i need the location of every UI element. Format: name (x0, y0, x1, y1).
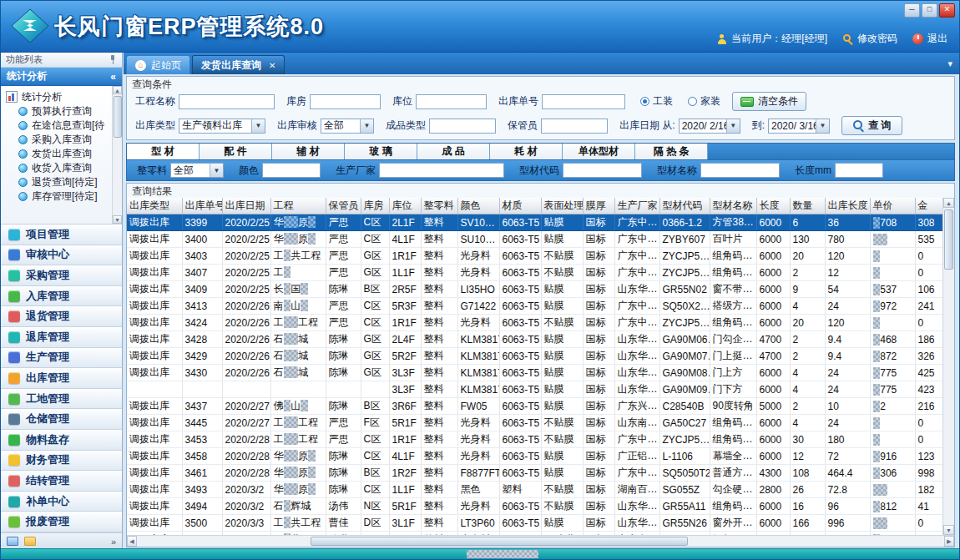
table-row[interactable]: 调拨出库34582020/2/28华▓▓原▓陈琳C区4L1F整料光身料6063-… (127, 448, 942, 465)
column-header[interactable]: 生产厂家 (614, 198, 659, 214)
sidebar-section[interactable]: 财务管理 (1, 451, 122, 472)
vertical-scrollbar[interactable]: ▲ ▼ (942, 198, 954, 535)
scroll-down-icon[interactable]: ▼ (113, 215, 122, 224)
category-tab[interactable]: 玻 璃 (345, 144, 417, 159)
sidebar-section[interactable]: 物料盘存 (1, 430, 122, 451)
tree-item[interactable]: 在途信息查询[待 (6, 119, 112, 133)
table-row[interactable]: 调拨出库34242020/2/26工▓▓工程严思C区1R1F整料光身料6063-… (127, 315, 942, 331)
column-header[interactable]: 工程 (270, 198, 326, 214)
radio-gongzhuang[interactable]: 工装 (640, 94, 673, 108)
table-row[interactable]: 调拨出库34612020/2/28华▓▓原▓陈琳B区1R2F整料F8877FT6… (127, 465, 942, 482)
category-tab[interactable]: 单体型材 (563, 144, 635, 159)
column-header[interactable]: 数量 (790, 198, 825, 214)
tree-item[interactable]: 采购入库查询 (6, 133, 112, 147)
sidebar-section[interactable]: 入库管理 (1, 286, 122, 307)
tree-scrollbar[interactable]: ▲ ▼ (112, 86, 122, 224)
keeper-input[interactable] (541, 119, 608, 134)
sidebar-group-statistics[interactable]: 统计分析 « (1, 68, 122, 86)
column-header[interactable]: 型材代码 (659, 198, 710, 214)
category-tab[interactable]: 耗 材 (490, 144, 563, 159)
scroll-up-icon[interactable]: ▲ (943, 198, 954, 208)
sidebar-section[interactable]: 出库管理 (1, 368, 122, 389)
table-row[interactable]: 调拨出库34292020/2/26石▓▓城陈琳G区5R2F整料KLM381760… (127, 348, 942, 365)
sidebar-section[interactable]: 结转管理 (1, 471, 122, 492)
column-header[interactable]: 型材名称 (710, 198, 756, 214)
search-button[interactable]: 查 询 (841, 116, 902, 135)
category-tab[interactable]: 型 材 (127, 144, 200, 159)
table-row[interactable]: 调拨出库34452020/2/27工▓▓工程严思F区5R1F整料光身料6063-… (127, 415, 942, 431)
column-header[interactable]: 库房 (361, 198, 389, 214)
table-row[interactable]: 调拨出库34072020/2/25工▓严思G区1L1F整料光身料6063-T5不… (127, 265, 942, 281)
scrollbar-thumb[interactable] (944, 209, 953, 270)
column-header[interactable]: 整零料 (421, 198, 457, 214)
profile-name-input[interactable] (700, 163, 780, 178)
table-row[interactable]: 调拨出库34372020/2/27佛▓山▓陈琳B区3R6F整料FW056063-… (127, 398, 942, 415)
pin-icon[interactable] (109, 55, 117, 64)
column-header[interactable]: 库位 (389, 198, 421, 214)
scroll-up-icon[interactable]: ▲ (113, 86, 122, 94)
chevron-down-icon[interactable]: ▼ (726, 119, 740, 133)
tab-home[interactable]: ⌂ 起始页 (126, 55, 190, 74)
project-name-input[interactable] (179, 94, 275, 109)
folder-icon[interactable] (24, 537, 36, 546)
close-tab-icon[interactable]: ✕ (269, 61, 275, 70)
chevron-down-icon[interactable]: ▼ (816, 119, 829, 133)
sidebar-section[interactable]: 退库管理 (1, 327, 122, 348)
chevron-down-icon[interactable]: ▼ (210, 164, 223, 177)
chevron-down-icon[interactable]: ▼ (251, 119, 265, 133)
sidebar-section[interactable]: 报废管理 (1, 512, 122, 532)
table-row[interactable]: 3L3F整料KLM38176063-T5贴膜国标山东华…GA90M09…门下方6… (127, 381, 942, 398)
scroll-right-icon[interactable]: ▶ (944, 536, 954, 547)
length-input[interactable] (835, 163, 883, 178)
category-tab[interactable]: 辅 材 (272, 144, 345, 159)
table-row[interactable]: 调拨出库35002020/3/3工▓共工程曹佳D区3L1F整料LT3P60606… (127, 515, 942, 532)
scrollbar-thumb[interactable] (311, 537, 688, 546)
table-row[interactable]: 调拨出库33992020/2/25华▓▓原▓严思C区2L1F整料SV10…606… (127, 214, 942, 231)
sidebar-section[interactable]: 生产管理 (1, 348, 122, 369)
table-row[interactable]: 调拨出库34092020/2/25长▓国▓陈琳B区2R5F整料LI35HO606… (127, 281, 942, 298)
column-header[interactable]: 出库长度 (825, 198, 870, 214)
table-row[interactable]: 调拨出库34942020/3/2石▓辉城汤伟N区5R1F整料光身料6063-T5… (127, 498, 942, 515)
outbound-audit-select[interactable]: 全部 ▼ (321, 119, 374, 134)
table-row[interactable]: 调拨出库34032020/2/25工▓共工程严思G区1R1F整料光身料6063-… (127, 248, 942, 265)
product-type-input[interactable] (429, 119, 496, 134)
horizontal-scrollbar[interactable]: ◀ ▶ (127, 535, 954, 547)
maximize-button[interactable]: □ (922, 3, 937, 18)
outbound-type-select[interactable]: 生产领料出库 ▼ (179, 119, 265, 134)
sidebar-section[interactable]: 审核中心 (1, 245, 122, 266)
tree-item[interactable]: 退货查询[待定] (6, 175, 112, 189)
tree-item[interactable]: 收货入库查询 (6, 161, 112, 175)
tab-shipping-outbound-query[interactable]: 发货出库查询 ✕ (192, 55, 285, 74)
sidebar-section[interactable]: 项目管理 (1, 225, 122, 245)
table-row[interactable]: 调拨出库34932020/3/2华▓▓原▓陈琳C区1L1F整料黑色塑料不贴膜国标… (127, 482, 942, 498)
column-header[interactable]: 膜厚 (583, 198, 614, 214)
close-button[interactable]: ✕ (939, 3, 955, 18)
tree-item[interactable]: 发货出库查询 (6, 147, 112, 161)
table-row[interactable]: 调拨出库34282020/2/26石▓▓城陈琳G区2L4F整料KLM381760… (127, 331, 942, 348)
minimize-button[interactable]: ─ (904, 3, 920, 18)
overflow-arrows-icon[interactable]: » (111, 537, 116, 547)
clear-conditions-button[interactable]: 清空条件 (732, 92, 806, 111)
scroll-left-icon[interactable]: ◀ (127, 536, 137, 547)
table-row[interactable]: 调拨出库34532020/2/28工▓▓工程严思C区1R1F整料光身料6063-… (127, 431, 942, 448)
column-header[interactable]: 出库单号 (182, 198, 222, 214)
location-input[interactable] (416, 94, 487, 109)
scroll-down-icon[interactable]: ▼ (943, 525, 954, 535)
color-input[interactable] (262, 163, 321, 178)
logout-button[interactable]: 退出 (912, 32, 947, 46)
tree-item[interactable]: 预算执行查询 (6, 104, 112, 119)
column-header[interactable]: 保管员 (326, 198, 361, 214)
change-password-button[interactable]: 修改密码 (842, 32, 897, 46)
sidebar-section[interactable]: 仓储管理 (1, 409, 122, 430)
column-header[interactable]: 颜色 (457, 198, 499, 214)
chevron-down-icon[interactable]: ▼ (360, 119, 373, 133)
category-tab[interactable]: 成 品 (417, 144, 490, 159)
sidebar-section[interactable]: 退货管理 (1, 306, 122, 327)
date-from-picker[interactable]: 2020/ 2/16 ▼ (679, 119, 740, 134)
sidebar-section[interactable]: 采购管理 (1, 265, 122, 286)
column-header[interactable]: 材质 (499, 198, 541, 214)
radio-jiazhuang[interactable]: 家装 (688, 94, 720, 108)
table-row[interactable]: 调拨出库34302020/2/26石▓▓城陈琳G区3L3F整料KLM381760… (127, 365, 942, 381)
column-header[interactable]: 金 (915, 198, 942, 214)
profile-code-input[interactable] (563, 163, 642, 178)
